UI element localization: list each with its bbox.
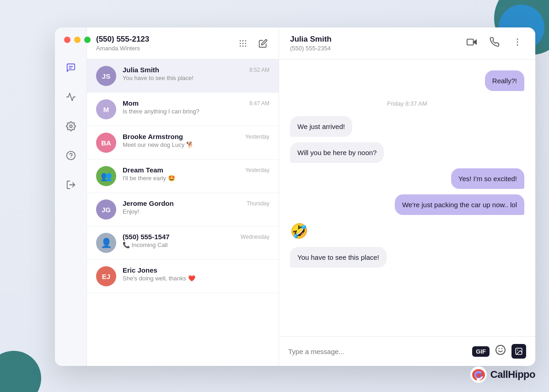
conv-content-jerome-gordon: Jerome Gordon Enjoy! xyxy=(123,199,240,215)
avatar-jerome-gordon: JG xyxy=(96,199,116,220)
voice-call-button[interactable] xyxy=(488,35,501,51)
conv-time-julia-smith: 8:52 AM xyxy=(249,67,269,73)
svg-point-11 xyxy=(240,45,241,47)
conversation-item-brooke-armstrong[interactable]: BA Brooke Armstrong Meet our new dog Luc… xyxy=(87,126,279,160)
keypad-icon xyxy=(238,39,248,48)
conv-time-dream-team: Yesterday xyxy=(245,167,269,173)
right-panel: Julia Smith (550) 555-2354 xyxy=(279,27,535,366)
left-header-actions xyxy=(237,37,269,50)
message-input[interactable] xyxy=(288,348,467,355)
account-phone: (550) 555-2123 xyxy=(96,35,149,44)
svg-point-12 xyxy=(242,45,244,47)
conversation-item-julia-smith[interactable]: JS Julia Smith You have to see this plac… xyxy=(87,59,279,93)
image-upload-button[interactable] xyxy=(511,344,526,359)
avatar-brooke-armstrong: BA xyxy=(96,133,116,153)
image-icon xyxy=(515,347,523,355)
sidebar-item-activity[interactable] xyxy=(63,89,79,105)
more-options-icon xyxy=(512,37,522,47)
keypad-button[interactable] xyxy=(237,37,249,50)
conv-content-julia-smith: Julia Smith You have to see this place! xyxy=(123,66,243,81)
conv-name-brooke-armstrong: Brooke Armstrong xyxy=(123,133,239,140)
conversation-item-jerome-gordon[interactable]: JG Jerome Gordon Enjoy! Thursday xyxy=(87,193,279,226)
message-row-really: Really?! xyxy=(290,70,524,91)
message-row-emoji: 🤣 xyxy=(290,220,524,242)
svg-point-18 xyxy=(517,44,518,46)
chat-header-actions xyxy=(465,35,524,51)
bg-decoration-bottom xyxy=(0,346,55,392)
svg-point-23 xyxy=(517,349,518,350)
chat-header: Julia Smith (550) 555-2354 xyxy=(279,27,535,59)
conv-name-unknown-number: (550) 555-1547 xyxy=(123,233,234,241)
brand-logo-icon xyxy=(470,366,487,383)
message-bubble-excited: Yes! I'm so excited! xyxy=(451,168,524,189)
svg-marker-14 xyxy=(474,40,476,44)
traffic-lights xyxy=(64,37,91,43)
conv-content-eric-jones: Eric Jones She's doing well, thanks ❤️ xyxy=(123,266,263,282)
svg-point-5 xyxy=(240,40,241,41)
conv-name-dream-team: Dream Team xyxy=(123,166,239,174)
emoji-icon xyxy=(495,344,506,355)
conversation-item-unknown-number[interactable]: 👤 (550) 555-1547 📞 Incoming Call Wednesd… xyxy=(87,226,279,260)
svg-point-16 xyxy=(517,38,518,40)
app-window: (550) 555-2123 Amanda Winters xyxy=(55,27,535,366)
avatar-eric-jones: EJ xyxy=(96,266,116,286)
sidebar-item-messages[interactable] xyxy=(63,59,79,76)
avatar-dream-team: 👥 xyxy=(96,166,116,186)
conv-time-brooke-armstrong: Yesterday xyxy=(245,134,269,140)
traffic-light-yellow[interactable] xyxy=(74,37,81,43)
left-panel: (550) 555-2123 Amanda Winters xyxy=(87,27,279,366)
messages-area: Really?! Friday 8:37 AM We just arrived!… xyxy=(279,59,535,336)
avatar-julia-smith: JS xyxy=(96,66,116,86)
sidebar-item-settings[interactable] xyxy=(63,118,79,134)
gif-button[interactable]: GIF xyxy=(472,346,490,357)
conversation-item-mom[interactable]: M Mom Is there anything I can bring? 8:4… xyxy=(87,93,279,126)
message-row-noon: Will you be here by noon? xyxy=(290,142,524,163)
conv-preview-julia-smith: You have to see this place! xyxy=(123,75,243,81)
svg-point-17 xyxy=(517,42,518,43)
video-call-button[interactable] xyxy=(465,35,479,51)
conv-preview-unknown-number: 📞 Incoming Call xyxy=(123,242,234,248)
svg-point-1 xyxy=(70,125,72,128)
svg-point-10 xyxy=(245,43,247,44)
brand: CallHippo xyxy=(470,366,535,383)
svg-rect-15 xyxy=(467,39,474,45)
conversation-list: JS Julia Smith You have to see this plac… xyxy=(87,59,279,366)
date-divider-friday: Friday 8:37 AM xyxy=(290,100,524,107)
conv-time-unknown-number: Wednesday xyxy=(241,234,269,240)
message-bubble-really: Really?! xyxy=(485,70,524,91)
svg-point-3 xyxy=(70,157,71,158)
sidebar-item-logout[interactable] xyxy=(63,177,79,193)
chat-contact-info: Julia Smith (550) 555-2354 xyxy=(290,35,332,52)
compose-icon xyxy=(258,39,268,48)
traffic-light-green[interactable] xyxy=(84,37,91,43)
message-row-see-place: You have to see this place! xyxy=(290,247,524,268)
more-options-button[interactable] xyxy=(511,35,524,51)
conv-preview-dream-team: I'll be there early 🤩 xyxy=(123,175,239,182)
message-row-packing: We're just packing the car up now.. lol xyxy=(290,194,524,215)
message-row-excited: Yes! I'm so excited! xyxy=(290,168,524,189)
avatar-unknown-number: 👤 xyxy=(96,233,116,253)
compose-button[interactable] xyxy=(257,37,269,50)
message-input-bar: GIF xyxy=(279,336,535,366)
conv-name-mom: Mom xyxy=(123,99,243,107)
conversation-item-dream-team[interactable]: 👥 Dream Team I'll be there early 🤩 Yeste… xyxy=(87,160,279,193)
conversation-item-eric-jones[interactable]: EJ Eric Jones She's doing well, thanks ❤… xyxy=(87,260,279,293)
left-header: (550) 555-2123 Amanda Winters xyxy=(87,27,279,59)
avatar-mom: M xyxy=(96,99,116,119)
svg-point-9 xyxy=(242,43,244,44)
sidebar-item-help[interactable] xyxy=(63,147,79,164)
svg-point-13 xyxy=(245,45,247,47)
conv-name-eric-jones: Eric Jones xyxy=(123,266,263,274)
conv-name-julia-smith: Julia Smith xyxy=(123,66,243,74)
traffic-light-red[interactable] xyxy=(64,37,70,43)
video-icon xyxy=(467,37,477,47)
svg-point-19 xyxy=(496,345,505,354)
message-bubble-packing: We're just packing the car up now.. lol xyxy=(395,194,524,215)
conv-time-jerome-gordon: Thursday xyxy=(247,200,269,207)
message-bubble-noon: Will you be here by noon? xyxy=(290,142,384,163)
message-row-arrived: We just arrived! xyxy=(290,116,524,137)
emoji-button[interactable] xyxy=(495,344,506,358)
message-bubble-arrived: We just arrived! xyxy=(290,116,352,137)
chat-contact-phone: (550) 555-2354 xyxy=(290,45,332,52)
conv-content-dream-team: Dream Team I'll be there early 🤩 xyxy=(123,166,239,182)
